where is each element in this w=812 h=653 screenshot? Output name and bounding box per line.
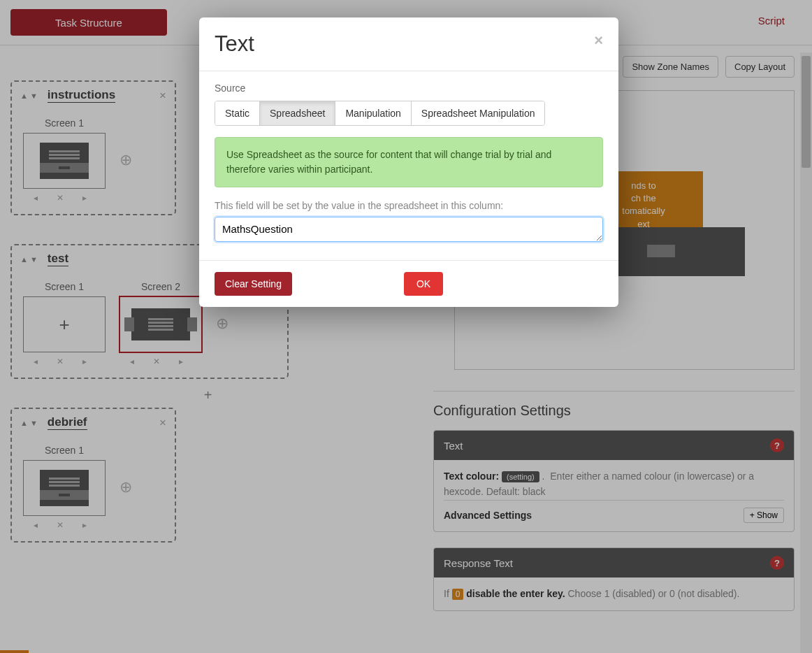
source-tabs: Static Spreadsheet Manipulation Spreadsh…	[215, 101, 545, 126]
tab-static[interactable]: Static	[215, 101, 260, 125]
modal-title: Text	[215, 31, 254, 57]
spreadsheet-hint: Use Spreadsheet as the source for conten…	[215, 137, 603, 187]
text-modal: Text × Source Static Spreadsheet Manipul…	[199, 17, 618, 307]
column-input[interactable]: MathsQuestion	[215, 217, 603, 242]
tab-spreadsheet[interactable]: Spreadsheet	[260, 101, 335, 125]
close-icon[interactable]: ×	[594, 31, 603, 50]
source-label: Source	[215, 82, 603, 94]
tab-manipulation[interactable]: Manipulation	[335, 101, 411, 125]
ok-button[interactable]: OK	[404, 272, 443, 296]
tab-spreadsheet-manipulation[interactable]: Spreadsheet Manipulation	[412, 101, 545, 125]
clear-setting-button[interactable]: Clear Setting	[215, 272, 292, 296]
column-field-label: This field will be set by the value in t…	[215, 200, 603, 211]
